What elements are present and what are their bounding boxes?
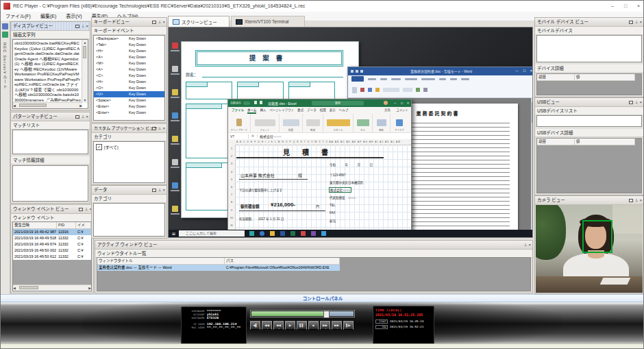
close-icon[interactable]: × [639, 19, 642, 25]
pause-button[interactable]: ▌▌ [297, 321, 307, 330]
save-icon[interactable] [254, 101, 257, 104]
taskbar-search-input[interactable]: ここに入力して検索 [179, 230, 245, 237]
table-row[interactable]: 2021/03/19 16:49:49 674 11332 C:¥ [13, 241, 91, 248]
close-icon[interactable]: × [162, 187, 165, 193]
col-header-item[interactable]: 項目 [537, 74, 575, 81]
tab-data[interactable]: データ [307, 107, 317, 114]
tab-view[interactable]: 表示 [330, 107, 336, 114]
close-icon[interactable]: × [528, 242, 531, 248]
menu-view[interactable]: 表示(V) [61, 12, 86, 21]
float-icon[interactable] [152, 21, 156, 24]
close-icon[interactable]: × [639, 99, 642, 106]
word-taskbar-icon[interactable] [280, 231, 285, 236]
list-item-selected[interactable]: <U>Key Down [94, 91, 164, 97]
desktop-icon[interactable] [172, 206, 178, 212]
app-taskbar-icon[interactable] [301, 231, 306, 236]
pin-icon[interactable]: ⊥ [84, 206, 88, 213]
col-header-path[interactable]: パス [225, 258, 340, 265]
horizontal-scrollbar[interactable]: ◀ ▶ [13, 285, 91, 291]
scroll-thumb[interactable] [83, 46, 86, 58]
file-tab[interactable] [351, 76, 364, 82]
mobile-device-header[interactable]: モバイル デバイス ビュー ⊥ × [535, 18, 643, 27]
list-icon[interactable] [416, 88, 420, 92]
pin-icon[interactable]: ⊥ [634, 197, 638, 204]
excel-taskbar-icon[interactable] [290, 231, 295, 236]
screen-view[interactable]: 提案書 題名： 業務委託契約書.doc - 互換モード - Word – □ × [168, 27, 533, 238]
float-icon[interactable] [75, 115, 79, 119]
step-forward-button[interactable]: ▌▶ [343, 321, 354, 330]
col-header-window-title[interactable]: ウィンドウタイトル [97, 258, 225, 265]
stop-button[interactable]: ■ [308, 321, 319, 330]
size-box[interactable] [403, 88, 412, 92]
minimize-icon[interactable]: – [606, 1, 619, 11]
ribbon-tab[interactable] [380, 78, 387, 80]
mobile-device-list[interactable] [536, 35, 642, 62]
col-header-time[interactable]: 発生日時 [13, 222, 57, 229]
excel-window[interactable]: 自動保存 見積書.xlsx - Excel 検索 – □ × ファイル ホーム … [227, 99, 412, 235]
seek-bar[interactable] [250, 310, 355, 317]
tree-icon[interactable] [2, 23, 8, 29]
float-icon[interactable] [75, 25, 79, 28]
menu-file[interactable]: ファイル(F) [1, 12, 36, 21]
list-item[interactable]: <H>Key Down [94, 79, 164, 85]
scroll-up-icon[interactable]: ▲ [82, 40, 88, 45]
list-item[interactable]: <Space>Key Down [94, 97, 164, 104]
list-item[interactable]: <A>Key Down [94, 54, 164, 60]
horizontal-scrollbar[interactable]: ◀ ▶ [13, 102, 82, 108]
font-box[interactable] [383, 88, 399, 92]
align-icon[interactable] [423, 88, 428, 92]
pin-icon[interactable]: ⊥ [81, 23, 84, 29]
maximize-icon[interactable]: □ [401, 101, 403, 105]
word-ribbon-tabs[interactable] [348, 75, 533, 82]
close-icon[interactable]: × [162, 125, 165, 132]
table-row[interactable]: 2021/03/19 16:49:49 518 11332 C:¥ [13, 235, 91, 241]
tab-screen-view[interactable]: スクリーンビュー [168, 16, 230, 27]
font-color-icon[interactable] [360, 88, 364, 92]
control-panel-label[interactable]: コントロールパネル [1, 294, 644, 302]
close-icon[interactable]: × [632, 1, 644, 11]
word-titlebar[interactable]: 業務委託契約書.doc - 互換モード - Word – □ × [348, 67, 533, 75]
data-category-box[interactable] [93, 203, 165, 237]
list-item[interactable]: <H>Key Down [94, 48, 164, 54]
pin-icon[interactable]: ⊥ [158, 187, 161, 193]
sheet-grid[interactable]: 見 積 書 令和 年 月 日 山本商事 株式会社 様 〒123-4567 東京都… [235, 145, 411, 234]
tab-review[interactable]: 校閲 [320, 107, 326, 114]
vertical-scrollbar[interactable]: ▲ ▼ [82, 40, 88, 103]
ribbon-tab[interactable] [391, 78, 401, 80]
menu-edit[interactable]: 編集(E) [36, 12, 61, 21]
desktop-icon[interactable] [172, 66, 178, 72]
pin-icon[interactable]: ⊥ [523, 242, 527, 248]
name-box[interactable]: V7 [228, 134, 249, 139]
desktop-icon[interactable] [172, 89, 178, 95]
custom-app-header[interactable]: カスタム アプリケーション ビュー ⊥ × [92, 124, 166, 133]
avatar[interactable] [384, 101, 388, 105]
highlight-icon[interactable] [368, 88, 372, 92]
list-item[interactable]: <A>Key Down [94, 67, 164, 73]
table-row[interactable]: 2021/03/19 16:49:42 987 11916 C:¥ [13, 229, 91, 235]
list-item[interactable]: <Enter>Key Down [94, 110, 164, 116]
pin-icon[interactable]: ⊥ [158, 19, 161, 25]
ribbon-tab[interactable] [450, 78, 457, 80]
close-icon[interactable]: × [86, 114, 88, 120]
pin-icon[interactable]: ⊥ [81, 114, 84, 120]
task-view-icon[interactable] [249, 231, 254, 236]
close-icon[interactable]: × [162, 19, 165, 25]
autosave-label[interactable]: 自動保存 [230, 101, 241, 105]
list-item[interactable]: <Tab>Key Down [94, 42, 164, 48]
window-event-header[interactable]: ウィンドウ イベント ビュー ⊥ × [11, 205, 93, 214]
all-checkbox[interactable]: ✓ [96, 144, 102, 150]
data-view-header[interactable]: データ ⊥ × [92, 186, 166, 195]
paste-icon[interactable] [352, 87, 357, 93]
scroll-down-icon[interactable]: ▼ [82, 97, 88, 103]
share-button[interactable]: 共有 [384, 107, 391, 114]
step-back-button[interactable]: ◀▌ [250, 321, 260, 330]
float-icon[interactable] [152, 127, 156, 130]
ribbon-tab[interactable] [405, 78, 417, 80]
tab-insert[interactable]: 挿入 [260, 107, 266, 114]
app-taskbar-icon[interactable] [311, 231, 316, 236]
pattern-match-header[interactable]: パターンマッチビュー ⊥ × [11, 112, 90, 121]
ribbon-tab[interactable] [439, 78, 446, 80]
scroll-left-icon[interactable]: ◀ [13, 103, 16, 108]
scroll-right-icon[interactable]: ▶ [79, 103, 82, 108]
word-scrollbar[interactable] [531, 98, 533, 238]
